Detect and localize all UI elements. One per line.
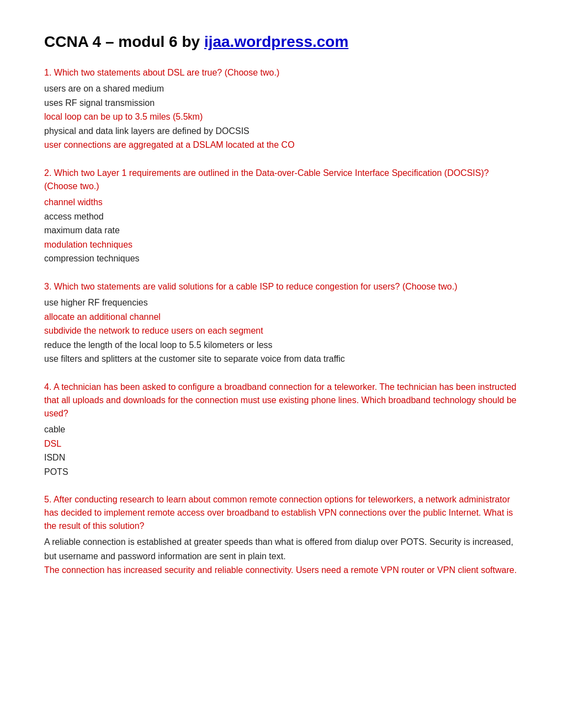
question-text-1: 1. Which two statements about DSL are tr…: [44, 66, 519, 79]
answer-line-q2-a1: channel widths: [44, 195, 519, 210]
answer-line-q1-a3: local loop can be up to 3.5 miles (5.5km…: [44, 110, 519, 124]
answer-line-q2-a2: access method: [44, 210, 519, 224]
answer-line-q1-a2: uses RF signal transmission: [44, 96, 519, 110]
question-block-4: 4. A technician has been asked to config…: [44, 381, 519, 479]
question-text-2: 2. Which two Layer 1 requirements are ou…: [44, 167, 519, 193]
question-block-1: 1. Which two statements about DSL are tr…: [44, 66, 519, 152]
question-text-4: 4. A technician has been asked to config…: [44, 381, 519, 420]
answer-line-q3-a5: use filters and splitters at the custome…: [44, 352, 519, 366]
answer-line-q2-a3: maximum data rate: [44, 223, 519, 238]
answer-line-q4-a2: DSL: [44, 437, 519, 451]
question-block-2: 2. Which two Layer 1 requirements are ou…: [44, 167, 519, 266]
answer-line-q3-a3: subdivide the network to reduce users on…: [44, 324, 519, 338]
answer-line-q3-a4: reduce the length of the local loop to 5…: [44, 338, 519, 352]
answer-line-q1-a5: user connections are aggregated at a DSL…: [44, 138, 519, 152]
title-link[interactable]: ijaa.wordpress.com: [204, 33, 348, 50]
answer-line-q3-a1: use higher RF frequencies: [44, 296, 519, 310]
answer-line-q4-a1: cable: [44, 422, 519, 437]
answer-line-q5-a2: The connection has increased security an…: [44, 563, 519, 577]
question-block-3: 3. Which two statements are valid soluti…: [44, 280, 519, 366]
answer-line-q1-a1: users are on a shared medium: [44, 82, 519, 96]
answer-line-q2-a4: modulation techniques: [44, 238, 519, 252]
question-text-5: 5. After conducting research to learn ab…: [44, 493, 519, 533]
answer-line-q1-a4: physical and data link layers are define…: [44, 124, 519, 138]
answer-line-q4-a3: ISDN: [44, 451, 519, 465]
question-text-3: 3. Which two statements are valid soluti…: [44, 280, 519, 293]
answer-line-q3-a2: allocate an additional channel: [44, 310, 519, 324]
question-block-5: 5. After conducting research to learn ab…: [44, 493, 519, 577]
answer-line-q5-a1: A reliable connection is established at …: [44, 535, 519, 563]
answer-line-q4-a4: POTS: [44, 465, 519, 479]
answer-line-q2-a5: compression techniques: [44, 251, 519, 266]
page-title: CCNA 4 – modul 6 by ijaa.wordpress.com: [44, 33, 519, 51]
